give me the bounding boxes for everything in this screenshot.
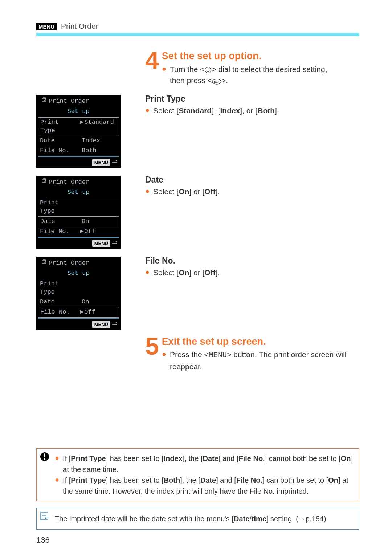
print-order-icon xyxy=(41,259,47,267)
lcd-row-print-type: Print Type xyxy=(38,198,119,216)
lcd-row-fileno[interactable]: File No.▶Off xyxy=(38,307,119,318)
bullet-dot-icon: ● xyxy=(162,349,166,359)
lcd-menu-button[interactable]: MENU xyxy=(92,240,110,247)
page-number: 136 xyxy=(36,535,50,545)
step-4: 4 Set the set up option. ● Turn the <> d… xyxy=(145,51,359,87)
bullet-dot-icon: ● xyxy=(162,64,166,73)
lcd-tab: Set up xyxy=(38,106,119,117)
date-text: ● Select [On] or [Off]. xyxy=(145,186,359,197)
step-4-title: Set the set up option. xyxy=(145,51,359,62)
note-icon xyxy=(40,511,49,522)
file-no-heading: File No. xyxy=(145,256,359,266)
date-heading: Date xyxy=(145,175,359,185)
bullet-dot-icon: ● xyxy=(145,105,150,115)
bullet-dot-icon: ● xyxy=(55,475,59,484)
caution-item-2: ● If [Print Type] has been set to [Both]… xyxy=(55,475,353,497)
lcd-row-date: DateOn xyxy=(38,297,119,307)
caution-box: ● If [Print Type] has been set to [Index… xyxy=(36,448,359,501)
svg-point-6 xyxy=(44,458,46,460)
print-order-icon xyxy=(41,97,47,105)
header-rule xyxy=(36,33,359,36)
step-number-5: 5 xyxy=(145,336,159,355)
step-5-text: ● Press the <MENU> button. The print ord… xyxy=(162,349,359,372)
header-title: Print Order xyxy=(61,22,98,30)
step-5: 5 Exit the set up screen. ● Press the <M… xyxy=(145,336,359,372)
bullet-dot-icon: ● xyxy=(145,186,150,196)
file-no-text: ● Select [On] or [Off]. xyxy=(145,267,359,278)
caution-item-1: ● If [Print Type] has been set to [Index… xyxy=(55,453,353,475)
lcd-date: Print Order Set up Print Type DateOn Fil… xyxy=(36,176,121,249)
lcd-row-print-type[interactable]: Print Type▶Standard xyxy=(38,117,119,136)
lcd-file-no: Print Order Set up Print Type DateOn Fil… xyxy=(36,257,121,330)
svg-rect-5 xyxy=(44,453,45,457)
return-icon: ⮐ xyxy=(112,240,118,248)
bullet-dot-icon: ● xyxy=(145,267,150,277)
dial-icon xyxy=(204,64,212,75)
return-icon: ⮐ xyxy=(112,321,118,328)
print-type-text: ● Select [Standard], [Index], or [Both]. xyxy=(145,105,359,116)
lcd-print-type: Print Order Set up Print Type▶Standard D… xyxy=(36,95,121,168)
lcd-row-fileno: File No.▶Off xyxy=(38,227,119,237)
info-box: The imprinted date will be the date set … xyxy=(36,508,359,530)
step-number-4: 4 xyxy=(145,51,159,70)
lcd-menu-button[interactable]: MENU xyxy=(92,159,110,166)
print-order-icon xyxy=(41,178,47,186)
manual-page: MENU Print Order 4 Set the set up option… xyxy=(0,0,392,555)
lcd-row-fileno: File No.Both xyxy=(38,146,119,156)
lcd-tab: Set up xyxy=(38,187,119,198)
svg-text:SET: SET xyxy=(214,80,220,83)
svg-point-0 xyxy=(205,67,211,73)
print-type-heading: Print Type xyxy=(145,94,359,104)
menu-tag: MENU xyxy=(36,23,57,30)
lcd-row-date: DateIndex xyxy=(38,136,119,146)
set-icon: SET xyxy=(212,76,221,87)
lcd-row-print-type: Print Type xyxy=(38,279,119,297)
step-5-title: Exit the set up screen. xyxy=(145,336,359,347)
info-text: The imprinted date will be the date set … xyxy=(55,513,353,524)
lcd-menu-button[interactable]: MENU xyxy=(92,321,110,328)
svg-point-1 xyxy=(207,69,209,72)
page-header: MENU Print Order xyxy=(36,22,359,30)
lcd-row-date[interactable]: DateOn xyxy=(38,216,119,227)
bullet-dot-icon: ● xyxy=(55,453,59,462)
caution-icon xyxy=(40,452,50,463)
return-icon: ⮐ xyxy=(112,159,118,167)
lcd-tab: Set up xyxy=(38,268,119,279)
step-4-text: ● Turn the <> dial to select the desired… xyxy=(162,64,359,87)
